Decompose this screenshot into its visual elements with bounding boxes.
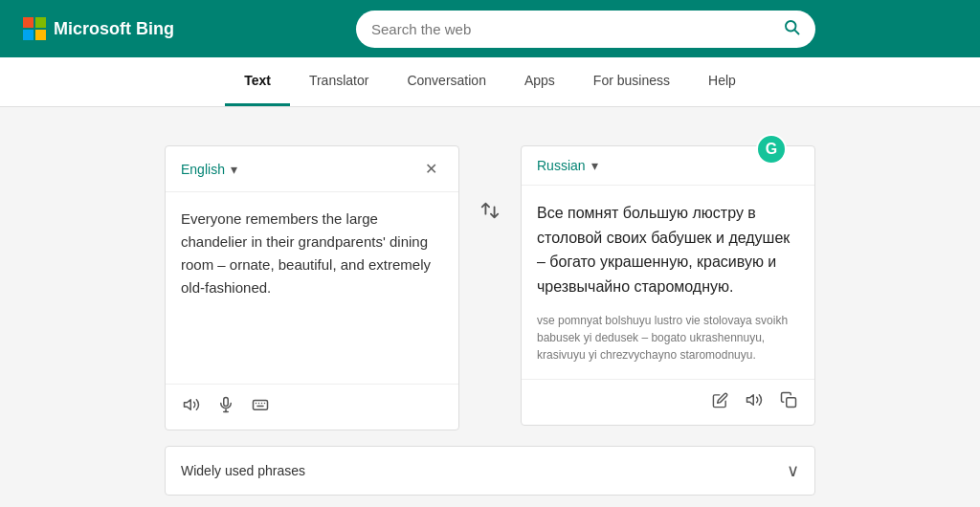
copy-button[interactable] <box>778 389 799 415</box>
search-icon <box>783 18 800 35</box>
panels: G English ▾ ✕ Everyone remembers the lar… <box>165 145 815 430</box>
nav-item-translator[interactable]: Translator <box>290 57 389 106</box>
svg-line-5 <box>794 30 798 33</box>
svg-rect-1 <box>35 17 46 28</box>
svg-rect-17 <box>787 398 796 408</box>
nav-item-apps[interactable]: Apps <box>505 57 574 106</box>
target-text-romanized: vse pomnyat bolshuyu lustro vie stolovay… <box>537 312 799 364</box>
source-language-select[interactable]: English ▾ <box>181 162 237 177</box>
nav: Text Translator Conversation Apps For bu… <box>0 57 980 107</box>
svg-rect-10 <box>254 401 268 410</box>
source-text: Everyone remembers the large chandelier … <box>181 208 443 299</box>
listen-source-button[interactable] <box>181 394 202 420</box>
translator-container: G English ▾ ✕ Everyone remembers the lar… <box>165 145 815 496</box>
source-panel-footer <box>166 384 458 430</box>
search-bar-container <box>214 11 957 48</box>
target-panel-footer <box>522 379 814 425</box>
target-panel-body: Все помнят большую люстру в столовой сво… <box>522 186 814 379</box>
svg-rect-3 <box>35 30 46 40</box>
header: Microsoft Bing <box>0 0 980 57</box>
phrases-chevron-icon: ∨ <box>787 460 799 481</box>
svg-rect-7 <box>224 398 229 407</box>
logo-text: Microsoft Bing <box>54 19 174 39</box>
svg-marker-16 <box>747 395 754 406</box>
copy-icon <box>780 391 797 408</box>
source-panel-body: Everyone remembers the large chandelier … <box>166 192 458 384</box>
nav-item-for-business[interactable]: For business <box>574 57 689 106</box>
main-content: G English ▾ ✕ Everyone remembers the lar… <box>0 107 980 507</box>
svg-rect-2 <box>23 30 33 40</box>
nav-item-conversation[interactable]: Conversation <box>388 57 505 106</box>
edit-translation-button[interactable] <box>710 390 730 415</box>
target-lang-chevron-icon: ▾ <box>591 158 598 173</box>
nav-item-text[interactable]: Text <box>225 57 290 106</box>
logo-area: Microsoft Bing <box>23 17 214 40</box>
search-button[interactable] <box>783 18 800 40</box>
keyboard-icon <box>252 396 269 413</box>
edit-icon <box>712 392 728 408</box>
swap-languages-button[interactable] <box>475 195 505 226</box>
listen-target-button[interactable] <box>744 389 765 415</box>
target-language-select[interactable]: Russian ▾ <box>537 158 598 173</box>
nav-items: Text Translator Conversation Apps For bu… <box>225 57 755 106</box>
phrases-label: Widely used phrases <box>181 463 305 478</box>
source-language-label: English <box>181 162 225 177</box>
swap-icon <box>479 200 501 221</box>
source-lang-chevron-icon: ▾ <box>231 162 237 177</box>
keyboard-button[interactable] <box>250 394 271 420</box>
source-panel-header: English ▾ ✕ <box>166 146 458 192</box>
target-text-main: Все помнят большую люстру в столовой сво… <box>537 201 799 298</box>
target-language-label: Russian <box>537 158 586 173</box>
source-panel: G English ▾ ✕ Everyone remembers the lar… <box>165 145 459 430</box>
search-bar <box>356 11 815 48</box>
nav-item-help[interactable]: Help <box>689 57 755 106</box>
speaker-target-icon <box>746 391 763 408</box>
microphone-icon <box>217 396 234 413</box>
grammarly-icon: G <box>756 134 787 165</box>
microphone-button[interactable] <box>215 394 236 420</box>
search-input[interactable] <box>371 21 775 37</box>
clear-button[interactable]: ✕ <box>419 158 443 180</box>
bing-logo-icon <box>23 17 46 40</box>
svg-marker-6 <box>185 400 191 410</box>
target-panel: Russian ▾ Все помнят большую люстру в ст… <box>521 145 815 426</box>
svg-rect-0 <box>23 17 33 28</box>
speaker-icon <box>183 396 200 413</box>
swap-button-container <box>475 145 505 226</box>
phrases-bar[interactable]: Widely used phrases ∨ <box>165 446 815 496</box>
